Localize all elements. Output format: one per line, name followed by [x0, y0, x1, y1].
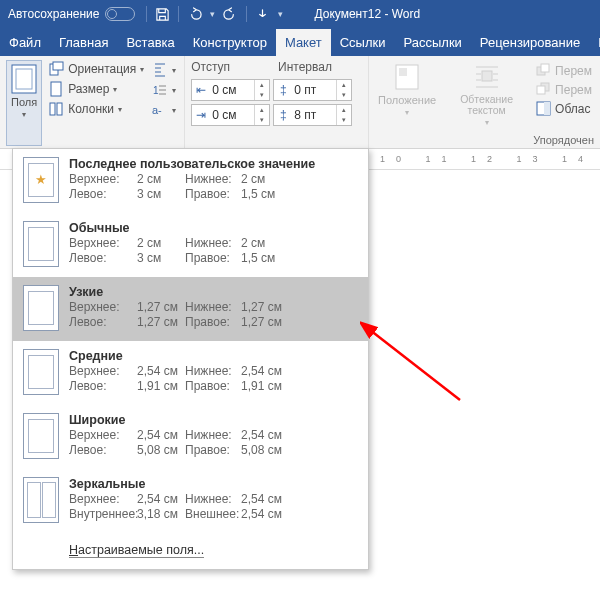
qat-customize-caret-icon[interactable]: ▾: [275, 5, 286, 23]
margin-preset-name: Зеркальные: [69, 477, 358, 491]
svg-text:a-: a-: [152, 104, 162, 116]
save-icon[interactable]: [150, 3, 175, 26]
tab-view[interactable]: Вид: [589, 29, 600, 56]
tab-mailings[interactable]: Рассылки: [394, 29, 470, 56]
tab-design[interactable]: Конструктор: [184, 29, 276, 56]
touch-mode-icon[interactable]: [250, 3, 275, 26]
svg-rect-17: [544, 102, 550, 115]
orientation-button[interactable]: Ориентация▾: [46, 60, 146, 78]
redo-icon[interactable]: [218, 3, 243, 26]
chevron-down-icon: ▾: [22, 110, 26, 119]
selection-pane-button[interactable]: Облас: [534, 100, 594, 117]
margin-preset-name: Широкие: [69, 413, 358, 427]
margins-button[interactable]: Поля ▾: [6, 60, 42, 146]
margin-preset-icon: [23, 285, 59, 331]
margin-preset-item[interactable]: ШирокиеВерхнее:2,54 смНижнее:2,54 смЛево…: [13, 405, 368, 469]
spacing-before-input[interactable]: ‡0 пт▴▾: [273, 79, 352, 101]
margin-preset-item[interactable]: Последнее пользовательское значениеВерхн…: [13, 149, 368, 213]
tab-file[interactable]: Файл: [0, 29, 50, 56]
tab-references[interactable]: Ссылки: [331, 29, 395, 56]
title-bar: Автосохранение ▾ ▾ Документ12 - Word: [0, 0, 600, 28]
annotation-arrow: [360, 320, 470, 410]
margins-label: Поля: [11, 96, 37, 108]
margin-preset-item[interactable]: СредниеВерхнее:2,54 смНижнее:2,54 смЛево…: [13, 341, 368, 405]
tab-layout[interactable]: Макет: [276, 29, 331, 56]
margin-preset-icon: [23, 157, 59, 203]
margin-preset-name: Средние: [69, 349, 358, 363]
hyphenation-button[interactable]: a-▾: [150, 101, 178, 119]
document-title: Документ12 - Word: [314, 7, 420, 21]
line-numbers-button[interactable]: 1▾: [150, 81, 178, 99]
margin-preset-item[interactable]: УзкиеВерхнее:1,27 смНижнее:1,27 смЛевое:…: [13, 277, 368, 341]
svg-rect-5: [50, 103, 55, 115]
spacing-after-input[interactable]: ‡8 пт▴▾: [273, 104, 352, 126]
undo-dropdown-caret-icon[interactable]: ▾: [207, 5, 218, 23]
undo-icon[interactable]: [182, 3, 207, 26]
tab-home[interactable]: Главная: [50, 29, 117, 56]
margin-preset-name: Последнее пользовательское значение: [69, 157, 358, 171]
send-backward-button[interactable]: Перем: [534, 81, 594, 98]
indent-right-input[interactable]: ⇥0 см▴▾: [191, 104, 270, 126]
spacing-label: Интервал: [278, 60, 332, 74]
svg-rect-15: [537, 86, 545, 94]
bring-forward-button[interactable]: Перем: [534, 62, 594, 79]
margin-preset-icon: [23, 221, 59, 267]
arrange-group-label: Упорядочен: [533, 134, 594, 146]
svg-rect-10: [399, 68, 407, 76]
margin-preset-icon: [23, 413, 59, 459]
svg-line-18: [370, 330, 460, 400]
quick-access-toolbar: ▾ ▾: [150, 3, 286, 26]
indent-left-input[interactable]: ⇤0 см▴▾: [191, 79, 270, 101]
svg-rect-4: [51, 82, 61, 96]
position-button[interactable]: Положение▾: [375, 60, 439, 119]
breaks-button[interactable]: ▾: [150, 61, 178, 79]
svg-rect-13: [541, 64, 549, 72]
margin-preset-icon: [23, 477, 59, 523]
margins-dropdown: Последнее пользовательское значениеВерхн…: [12, 148, 369, 570]
autosave-toggle[interactable]: [105, 7, 135, 21]
ribbon: Поля ▾ Ориентация▾ Размер▾ Колонки▾ ▾ 1▾…: [0, 56, 600, 149]
custom-margins-item[interactable]: Настраиваемые поля...: [13, 533, 368, 569]
svg-text:1: 1: [153, 85, 159, 96]
size-button[interactable]: Размер▾: [46, 80, 146, 98]
margin-preset-name: Узкие: [69, 285, 358, 299]
tab-review[interactable]: Рецензирование: [471, 29, 589, 56]
ribbon-tabs: Файл Главная Вставка Конструктор Макет С…: [0, 28, 600, 56]
margin-preset-item[interactable]: ЗеркальныеВерхнее:2,54 смНижнее:2,54 смВ…: [13, 469, 368, 533]
margin-preset-icon: [23, 349, 59, 395]
columns-button[interactable]: Колонки▾: [46, 100, 146, 118]
autosave-label: Автосохранение: [8, 7, 99, 21]
tab-insert[interactable]: Вставка: [117, 29, 183, 56]
margin-preset-item[interactable]: ОбычныеВерхнее:2 смНижнее:2 смЛевое:3 см…: [13, 213, 368, 277]
svg-rect-11: [482, 71, 492, 81]
wrap-text-button[interactable]: Обтекание текстом▾: [441, 60, 532, 129]
indent-label: Отступ: [191, 60, 230, 74]
svg-rect-6: [57, 103, 62, 115]
svg-rect-3: [53, 62, 63, 70]
margin-preset-name: Обычные: [69, 221, 358, 235]
